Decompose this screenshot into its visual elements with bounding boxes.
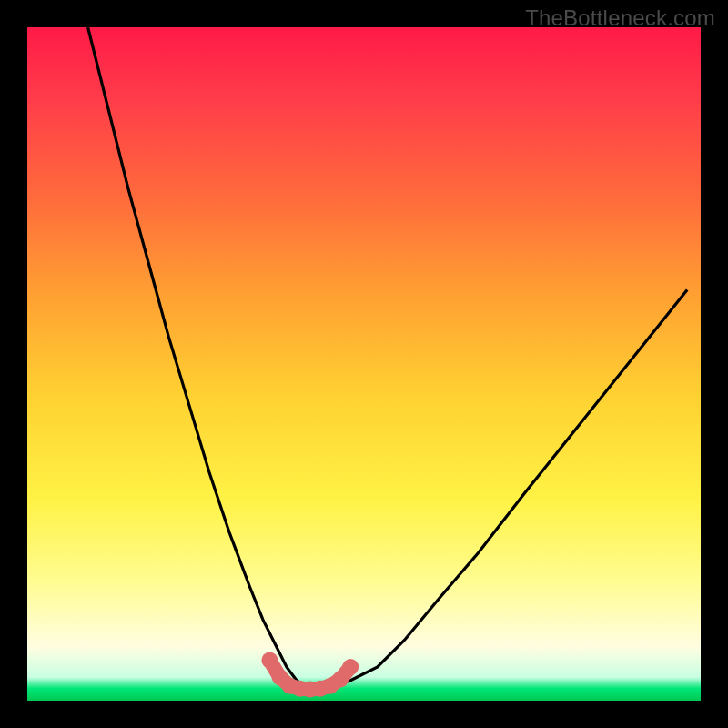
watermark-text: TheBottleneck.com xyxy=(525,5,715,31)
valley-dot xyxy=(342,659,359,675)
chart-svg xyxy=(27,27,701,701)
chart-frame: TheBottleneck.com xyxy=(0,0,728,728)
valley-dot xyxy=(261,652,278,669)
plot-area xyxy=(27,27,701,701)
valley-marker-dots xyxy=(261,652,359,698)
curve-line xyxy=(88,27,688,687)
